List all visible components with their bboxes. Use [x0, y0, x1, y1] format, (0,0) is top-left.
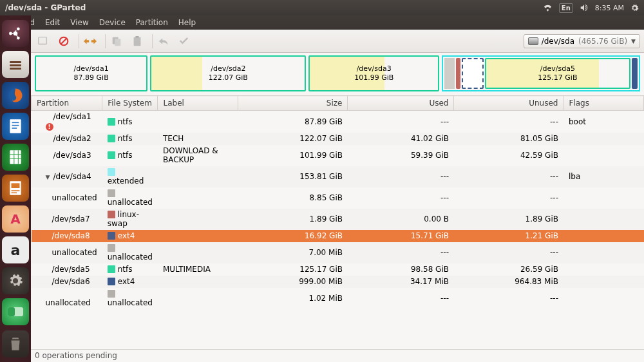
svg-point-2: [17, 28, 20, 31]
files-icon[interactable]: [2, 51, 29, 78]
graph-sda3[interactable]: /dev/sda3101.99 GiB: [308, 55, 439, 91]
device-path: /dev/sda: [542, 37, 574, 46]
dash-icon[interactable]: [2, 20, 29, 47]
svg-rect-5: [10, 64, 21, 66]
col-size[interactable]: Size: [238, 96, 348, 111]
pending-ops: 0 operations pending: [35, 351, 117, 360]
menu-partition[interactable]: Partition: [136, 18, 168, 27]
toolbar: /dev/sda (465.76 GiB) ▼: [31, 30, 644, 53]
fs-swatch: [108, 135, 115, 142]
table-row[interactable]: /dev/sda8 ext416.92 GiB15.71 GiB1.21 GiB: [32, 230, 644, 242]
col-flags[interactable]: Flags: [564, 96, 644, 111]
gparted-icon[interactable]: [2, 298, 29, 325]
apply-button[interactable]: [176, 33, 193, 50]
trash-icon[interactable]: [2, 330, 29, 357]
svg-rect-4: [10, 61, 21, 63]
menubar: GParted Edit View Device Partition Help: [0, 15, 644, 30]
graph-sda8[interactable]: [462, 58, 484, 89]
fs-swatch: [108, 189, 115, 197]
window-title: /dev/sda - GParted: [5, 3, 86, 12]
resize-button[interactable]: [82, 33, 99, 50]
svg-rect-8: [10, 119, 21, 133]
svg-rect-14: [12, 183, 20, 188]
svg-rect-10: [12, 125, 19, 126]
svg-point-1: [9, 32, 12, 35]
svg-rect-22: [115, 39, 120, 46]
copy-button[interactable]: [108, 33, 125, 50]
delete-button[interactable]: [55, 33, 72, 50]
firefox-icon[interactable]: [2, 82, 29, 109]
device-select[interactable]: /dev/sda (465.76 GiB) ▼: [524, 34, 640, 48]
graph-sda5[interactable]: /dev/sda5125.17 GiB: [485, 58, 630, 89]
lang-indicator[interactable]: En: [559, 3, 573, 13]
col-used[interactable]: Used: [348, 96, 454, 111]
col-fs[interactable]: File System: [102, 96, 158, 111]
writer-icon[interactable]: [2, 113, 29, 140]
graph-sda6[interactable]: [632, 58, 638, 89]
table-row[interactable]: unallocated unallocated1.02 MiB------: [32, 288, 644, 309]
graph-unalloc[interactable]: [444, 58, 455, 89]
fs-swatch: [108, 290, 115, 298]
paste-button[interactable]: [129, 33, 146, 50]
status-bar: 0 operations pending: [31, 349, 644, 362]
table-row[interactable]: /dev/sda1 !ntfs87.89 GiB------boot: [32, 111, 644, 133]
table-row[interactable]: /dev/sda7 linux-swap1.89 GiB0.00 B1.89 G…: [32, 209, 644, 230]
clock[interactable]: 8:35 AM: [595, 4, 624, 12]
workspace: /dev/sda (465.76 GiB) ▼ /dev/sda187.89 G…: [31, 30, 644, 362]
device-size: (465.76 GiB): [578, 37, 627, 46]
table-row[interactable]: unallocated unallocated8.85 GiB------: [32, 187, 644, 209]
partition-table: Partition File System Label Size Used Un…: [31, 95, 644, 349]
graph-sda7[interactable]: [456, 58, 460, 89]
volume-icon[interactable]: [580, 4, 589, 12]
table-row[interactable]: /dev/sda3 ntfsDOWNLOAD & BACKUP101.99 Gi…: [32, 145, 644, 166]
gear-icon[interactable]: [630, 4, 639, 12]
top-panel: /dev/sda - GParted En 8:35 AM: [0, 0, 644, 15]
impress-icon[interactable]: [2, 175, 29, 202]
menu-view[interactable]: View: [70, 18, 88, 27]
wifi-icon[interactable]: [543, 4, 553, 12]
fs-swatch: [108, 265, 115, 273]
graph-sda4-extended[interactable]: /dev/sda5125.17 GiB: [442, 55, 640, 91]
table-header[interactable]: Partition File System Label Size Used Un…: [32, 96, 644, 111]
chevron-down-icon: ▼: [631, 38, 636, 44]
fs-swatch: [108, 244, 115, 252]
menu-edit[interactable]: Edit: [45, 18, 60, 27]
svg-rect-23: [134, 37, 141, 45]
calc-icon[interactable]: [2, 144, 29, 171]
fs-swatch: [108, 118, 115, 126]
col-unused[interactable]: Unused: [454, 96, 564, 111]
svg-rect-12: [10, 150, 21, 164]
menu-help[interactable]: Help: [178, 18, 196, 27]
graph-sda2[interactable]: /dev/sda2122.07 GiB: [150, 55, 306, 91]
table-row[interactable]: /dev/sda2 ntfsTECH122.07 GiB41.02 GiB81.…: [32, 133, 644, 145]
svg-rect-16: [12, 193, 17, 194]
svg-rect-19: [39, 37, 47, 44]
fs-swatch: [108, 278, 115, 285]
svg-rect-11: [12, 128, 17, 129]
graph-sda1[interactable]: /dev/sda187.89 GiB: [35, 55, 147, 91]
svg-rect-18: [8, 307, 15, 316]
col-label[interactable]: Label: [158, 96, 238, 111]
col-partition[interactable]: Partition: [32, 96, 102, 111]
undo-button[interactable]: [155, 33, 172, 50]
unity-launcher: A a: [0, 15, 31, 362]
svg-rect-9: [12, 122, 19, 124]
hd-icon: [528, 37, 538, 45]
software-center-icon[interactable]: A: [2, 205, 29, 233]
svg-point-3: [17, 37, 20, 40]
table-row[interactable]: ▼/dev/sda4 extended153.81 GiB------lba: [32, 166, 644, 187]
new-partition-button[interactable]: [35, 33, 52, 50]
table-row[interactable]: unallocated unallocated7.00 MiB------: [32, 242, 644, 263]
svg-rect-6: [10, 68, 21, 70]
table-row[interactable]: /dev/sda5 ntfsMULTIMEDIA125.17 GiB98.58 …: [32, 263, 644, 276]
partition-graph[interactable]: /dev/sda187.89 GiB /dev/sda2122.07 GiB /…: [35, 55, 640, 91]
fs-swatch: [108, 232, 115, 240]
svg-point-0: [14, 32, 18, 36]
settings-icon[interactable]: [2, 267, 29, 294]
amazon-icon[interactable]: a: [2, 236, 29, 263]
menu-device[interactable]: Device: [99, 18, 126, 27]
svg-rect-15: [12, 190, 20, 191]
svg-rect-24: [135, 35, 138, 37]
table-row[interactable]: /dev/sda6 ext4999.00 MiB34.17 MiB964.83 …: [32, 276, 644, 288]
fs-swatch: [108, 168, 115, 176]
